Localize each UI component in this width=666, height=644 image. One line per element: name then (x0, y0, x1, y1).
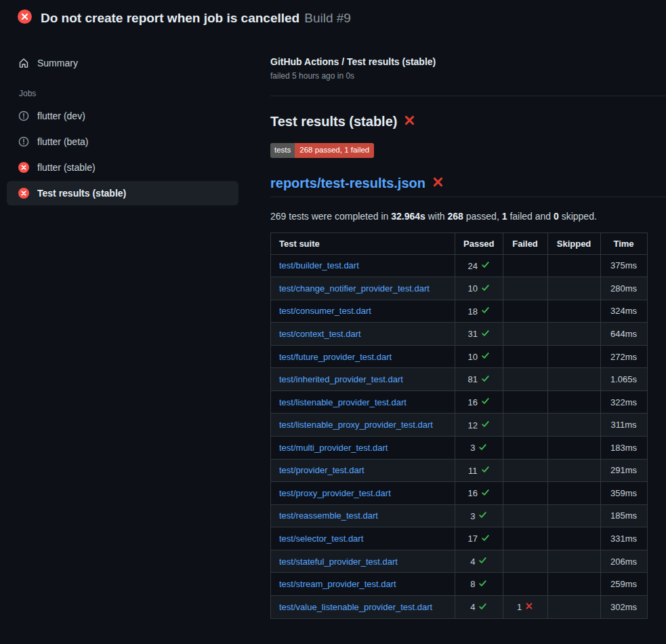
time-value: 359ms (610, 488, 637, 498)
suite-link[interactable]: test/change_notifier_provider_test.dart (279, 283, 430, 294)
table-row: test/listenable_provider_test.dart 16 (271, 390, 648, 414)
failed-cell (503, 323, 547, 346)
suite-cell: test/change_notifier_provider_test.dart (271, 277, 455, 300)
passed-count: 10 (468, 352, 478, 362)
failed-count: 1 (517, 602, 522, 612)
time-cell: 1.065s (600, 368, 647, 391)
check-icon (481, 420, 490, 430)
failed-x-mark-icon (404, 114, 415, 129)
check-icon (478, 579, 487, 590)
failed-cell (503, 459, 547, 482)
sidebar-item-summary[interactable]: Summary (7, 51, 238, 75)
build-title-text: Do not create report when job is cancell… (41, 11, 299, 25)
passed-cell: 10 (455, 277, 503, 300)
badge-value: 268 passed, 1 failed (295, 143, 374, 158)
column-header-failed: Failed (503, 233, 547, 254)
suite-cell: test/multi_provider_test.dart (271, 437, 455, 460)
time-value: 291ms (610, 465, 637, 475)
skipped-cell (547, 323, 600, 346)
passed-cell: 81 (455, 368, 503, 391)
suite-link[interactable]: test/proxy_provider_test.dart (279, 488, 391, 498)
suite-link[interactable]: test/consumer_test.dart (279, 306, 371, 316)
time-cell: 331ms (600, 527, 647, 550)
report-title: reports/test-results.json (270, 176, 666, 197)
check-icon (481, 534, 490, 544)
status-neutral-icon (18, 136, 29, 147)
table-row: test/stream_provider_test.dart 8 (271, 573, 648, 596)
build-title: Do not create report when job is cancell… (41, 11, 351, 26)
suite-link[interactable]: test/stream_provider_test.dart (279, 579, 396, 589)
passed-count: 24 (468, 261, 478, 271)
check-icon (481, 306, 490, 317)
table-row: test/context_test.dart 31 (271, 323, 648, 346)
section-title-text: Test results (stable) (270, 114, 397, 129)
failed-cell (503, 437, 547, 460)
passed-cell: 11 (455, 459, 503, 482)
passed-count: 8 (470, 579, 475, 589)
failed-cell (503, 277, 547, 300)
passed-cell: 16 (455, 390, 503, 414)
passed-count: 4 (470, 557, 475, 567)
suite-link[interactable]: test/reassemble_test.dart (279, 510, 378, 521)
suite-link[interactable]: test/listenable_provider_test.dart (279, 397, 407, 407)
suite-link[interactable]: test/provider_test.dart (279, 465, 365, 475)
sidebar-item-flutter-beta[interactable]: flutter (beta) (7, 129, 238, 154)
suite-link[interactable]: test/multi_provider_test.dart (279, 443, 388, 453)
table-row: test/value_listenable_provider_test.dart… (271, 595, 648, 618)
sidebar-item-test-results-stable[interactable]: Test results (stable) (7, 181, 238, 205)
passed-count: 3 (470, 511, 475, 521)
status-failed-icon (18, 188, 29, 199)
passed-cell: 17 (455, 527, 503, 550)
summary-passed-count: 268 (448, 211, 463, 222)
skipped-cell (547, 437, 600, 460)
report-link[interactable]: reports/test-results.json (270, 176, 425, 191)
failed-cell (503, 345, 547, 368)
check-icon (478, 510, 487, 521)
suite-cell: test/listenable_provider_test.dart (271, 390, 455, 414)
suite-link[interactable]: test/future_provider_test.dart (279, 352, 392, 362)
suite-cell: test/proxy_provider_test.dart (271, 482, 455, 505)
suite-link[interactable]: test/value_listenable_provider_test.dart (279, 602, 432, 612)
passed-cell: 18 (455, 300, 503, 323)
time-value: 331ms (610, 534, 637, 544)
table-row: test/inherited_provider_test.dart 81 (271, 368, 648, 391)
build-failed-icon (18, 9, 32, 26)
column-header-test-suite: Test suite (271, 233, 455, 254)
passed-cell: 10 (455, 345, 503, 368)
suite-cell: test/listenable_proxy_provider_test.dart (271, 414, 455, 437)
sidebar-item-label: flutter (stable) (37, 162, 96, 173)
skipped-cell (547, 345, 600, 368)
suite-cell: test/stateful_provider_test.dart (271, 550, 455, 573)
time-cell: 280ms (600, 277, 647, 300)
run-meta: failed 5 hours ago in 0s (270, 71, 666, 81)
suite-cell: test/inherited_provider_test.dart (271, 368, 455, 391)
suite-link[interactable]: test/stateful_provider_test.dart (279, 557, 398, 567)
status-failed-icon (18, 162, 29, 173)
sidebar-item-flutter-stable[interactable]: flutter (stable) (7, 155, 238, 180)
time-cell: 259ms (600, 573, 647, 596)
suite-link[interactable]: test/inherited_provider_test.dart (279, 374, 403, 384)
section-title: Test results (stable) (270, 114, 666, 129)
failed-cell (503, 504, 547, 527)
time-value: 259ms (610, 579, 637, 589)
check-icon (481, 351, 490, 362)
suite-cell: test/context_test.dart (271, 323, 455, 346)
suite-link[interactable]: test/selector_test.dart (279, 534, 363, 544)
sidebar-item-flutter-dev[interactable]: flutter (dev) (7, 104, 238, 128)
column-header-passed: Passed (455, 233, 503, 254)
results-table: Test suite Passed Failed Skipped Time te… (270, 233, 648, 619)
suite-cell: test/selector_test.dart (271, 527, 455, 550)
failed-cell (503, 482, 547, 505)
failed-cell (503, 300, 547, 323)
suite-link[interactable]: test/listenable_proxy_provider_test.dart (279, 420, 433, 430)
summary-text: with (425, 211, 448, 222)
table-row: test/future_provider_test.dart 10 (271, 345, 648, 368)
passed-cell: 12 (455, 414, 503, 437)
time-cell: 302ms (600, 595, 647, 618)
suite-link[interactable]: test/builder_test.dart (279, 260, 359, 270)
table-row: test/change_notifier_provider_test.dart … (271, 277, 648, 300)
time-cell: 185ms (600, 504, 647, 527)
time-cell: 183ms (600, 437, 647, 460)
suite-cell: test/future_provider_test.dart (271, 345, 455, 368)
suite-link[interactable]: test/context_test.dart (279, 329, 361, 339)
